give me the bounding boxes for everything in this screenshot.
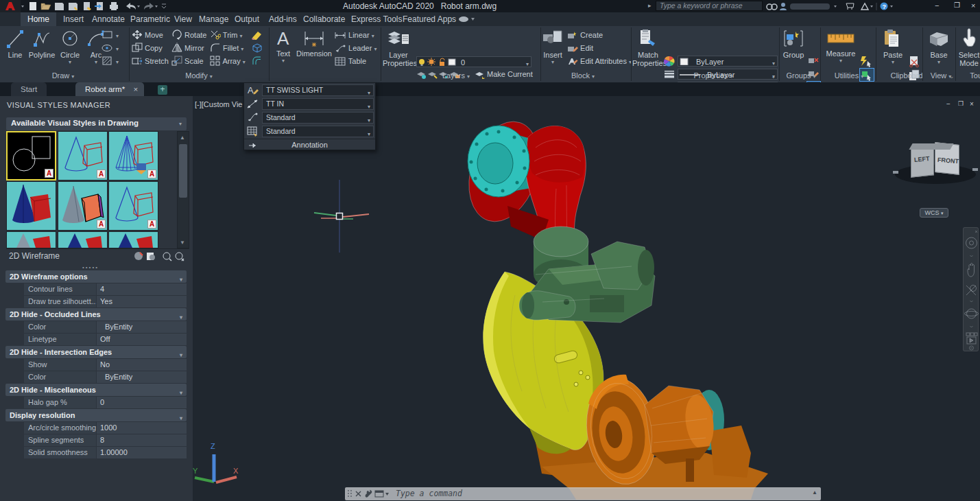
box-3d-button[interactable] [251, 43, 263, 54]
quick-access-toolbar[interactable] [0, 0, 171, 12]
close-button[interactable]: × [971, 1, 975, 10]
restore-button[interactable]: ❐ [954, 1, 960, 9]
edit-attributes-button[interactable]: Edit Attributes ▾ [567, 56, 632, 67]
move-button[interactable]: Move [132, 30, 163, 41]
properties-panel-label[interactable]: Properties ▾ [679, 71, 748, 80]
viewport[interactable]: Z Y X [193, 96, 980, 501]
edit-block-button[interactable]: Edit [567, 43, 593, 54]
prop-value[interactable]: ByEntity [97, 371, 187, 383]
dim-style-row[interactable]: TT IN▾ [246, 97, 375, 111]
dim-style-combo[interactable]: TT IN▾ [262, 98, 374, 110]
insert-button[interactable]: Insert ▾ [541, 29, 564, 65]
style-thumb-wireframe[interactable]: A [108, 131, 158, 180]
username-blurred[interactable] [790, 3, 830, 10]
stretch-button[interactable]: Stretch [132, 56, 169, 67]
fillet-button[interactable]: Fillet ▾ [210, 43, 243, 54]
line-button[interactable]: Line [3, 29, 27, 59]
scrollbar-thumb[interactable] [179, 144, 187, 198]
ribbon-display-toggle[interactable] [458, 15, 476, 23]
titlebar-icons[interactable]: ? [765, 1, 903, 12]
match-properties-button[interactable]: Match Properties [632, 29, 664, 67]
prop-value[interactable]: ByEntity [97, 321, 187, 333]
block-panel-label[interactable]: Block ▾ [549, 71, 617, 80]
leader-style-row[interactable]: Standard▾ [246, 111, 375, 125]
dimension-button[interactable]: Dimension [296, 29, 332, 58]
palette-resize-handle[interactable]: ••••• [82, 264, 103, 270]
section-2d-wireframe-options[interactable]: 2D Wireframe options▾ [5, 270, 187, 283]
tab-output[interactable]: Output [228, 12, 266, 26]
rectangle-tool-button[interactable]: ▾ [101, 30, 119, 41]
style-thumb-conceptual[interactable]: A [58, 131, 108, 180]
viewport-minimize-icon[interactable]: − [946, 100, 951, 108]
polyline-button[interactable]: Polyline [27, 29, 56, 59]
erase-button[interactable] [251, 30, 263, 41]
new-file-icon[interactable] [29, 2, 36, 10]
prop-value[interactable]: 4 [97, 283, 187, 295]
cmd-close-icon[interactable] [356, 491, 361, 496]
styles-combo-header[interactable]: Available Visual Styles in Drawing ▾ [6, 117, 187, 130]
tab-featured-apps[interactable]: Featured Apps [396, 12, 463, 26]
command-line-bar[interactable]: Type a command ▲ [345, 487, 821, 500]
base-view-button[interactable]: Base ▾ [926, 29, 952, 65]
new-tab-button[interactable]: + [158, 85, 167, 95]
wcs-button[interactable]: WCS ▾ [920, 208, 948, 218]
prop-value[interactable]: No [97, 359, 187, 371]
cmd-wrench-icon[interactable] [366, 490, 372, 498]
group-button[interactable]: Group [782, 29, 805, 59]
prop-value[interactable]: 8 [97, 434, 187, 446]
table-style-combo[interactable]: Standard▾ [262, 126, 374, 137]
search-expand-icon[interactable]: ▸ [648, 2, 652, 9]
offset-button[interactable] [251, 56, 263, 67]
viewport-restore-icon[interactable]: ❐ [958, 100, 964, 107]
prop-value[interactable]: 1000 [97, 422, 187, 434]
text-style-row[interactable]: A TT SWISS LIGHT▾ [246, 84, 375, 97]
style-thumb-shaded[interactable]: A [58, 181, 108, 231]
save-icon[interactable] [55, 3, 64, 10]
create-block-button[interactable]: Create [567, 30, 603, 41]
table-style-row[interactable]: Standard▾ [246, 125, 375, 139]
scale-button[interactable]: Scale [171, 56, 204, 67]
file-tab-robot-arm[interactable]: Robot arm*× [75, 82, 144, 96]
measure-button[interactable]: Measure ▾ [824, 29, 857, 64]
prop-value[interactable]: 0 [97, 397, 187, 408]
style-thumb-realistic[interactable] [6, 181, 56, 231]
undo-icon[interactable] [126, 3, 136, 10]
section-miscellaneous[interactable]: 2D Hide - Miscellaneous▾ [5, 384, 187, 396]
qat-customize-icon[interactable] [162, 4, 166, 8]
object-color-combo[interactable]: ByLayer ▾ [678, 56, 778, 67]
thumbs-scrollbar[interactable]: ▲ ▼ [177, 131, 189, 248]
prop-value[interactable]: 1.00000 [97, 447, 187, 458]
text-style-combo[interactable]: TT SWISS LIGHT▾ [262, 84, 374, 96]
modify-panel-label[interactable]: Modify ▾ [165, 71, 233, 80]
pin-icon[interactable] [248, 141, 257, 150]
open-icon[interactable] [41, 3, 51, 10]
search-input[interactable]: Type a keyword or phrase [656, 1, 763, 11]
array-button[interactable]: Array ▾ [210, 56, 246, 67]
touch-panel-label[interactable]: Touch [946, 71, 980, 80]
cart-icon[interactable] [846, 3, 854, 10]
layer-select-combo[interactable]: 0 ▾ [416, 56, 531, 67]
style-thumb-2d-w ireframe[interactable]: A [6, 131, 56, 180]
user-icon[interactable] [781, 3, 785, 7]
navigation-bar[interactable] [963, 227, 979, 351]
leader-style-combo[interactable]: Standard▾ [262, 112, 374, 124]
redo-icon[interactable] [144, 3, 154, 10]
text-button[interactable]: A Text ▾ [272, 29, 295, 64]
prop-value[interactable]: Off [97, 334, 187, 345]
linear-button[interactable]: Linear ▾ [334, 30, 374, 41]
table-button[interactable]: Table [334, 56, 366, 67]
leader-button[interactable]: Leader ▾ [334, 43, 377, 54]
mirror-button[interactable]: Mirror [171, 43, 204, 54]
layers-panel-label[interactable]: Layers ▾ [422, 71, 490, 80]
ellipse-tool-button[interactable]: ▾ [101, 43, 119, 54]
flyout-footer[interactable]: Annotation [244, 139, 375, 150]
cmd-expand-icon[interactable]: ▲ [812, 489, 817, 496]
file-tab-close-icon[interactable]: × [133, 82, 138, 96]
file-tab-start[interactable]: Start [11, 82, 47, 96]
paste-button[interactable]: Paste ▾ [879, 29, 907, 65]
section-occluded-lines[interactable]: 2D Hide - Occluded Lines▾ [5, 308, 187, 321]
section-display-resolution[interactable]: Display resolution▾ [5, 409, 187, 421]
viewport-controls-label[interactable]: [-][Custom Vie [195, 100, 243, 108]
app-store-icon[interactable] [861, 3, 868, 10]
trim-button[interactable]: Trim ▾ [210, 30, 243, 41]
